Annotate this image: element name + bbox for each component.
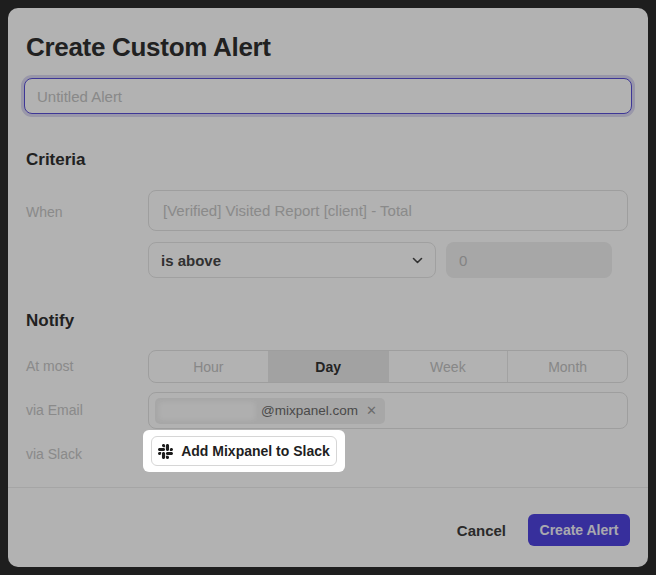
slack-spotlight: Add Mixpanel to Slack [143,430,345,472]
slack-logo-icon [158,444,173,459]
slack-button-label: Add Mixpanel to Slack [181,443,330,459]
add-mixpanel-to-slack-button[interactable]: Add Mixpanel to Slack [151,436,337,466]
dim-overlay [0,0,656,575]
